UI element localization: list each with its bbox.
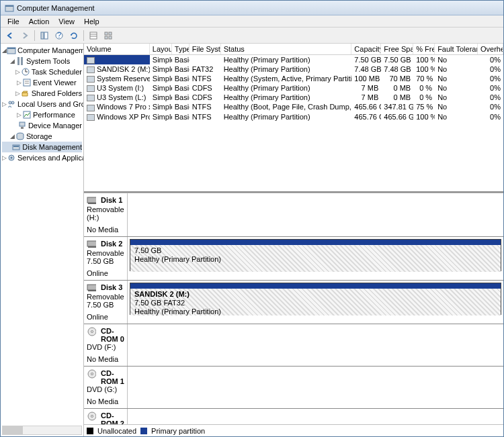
tree-item[interactable]: ◢Storage bbox=[2, 131, 82, 142]
tree-item[interactable]: ▷Task Scheduler bbox=[2, 66, 82, 77]
expander-icon[interactable]: ▷ bbox=[15, 68, 21, 75]
col-capacity[interactable]: Capacity bbox=[351, 44, 381, 54]
list-view-button[interactable] bbox=[87, 29, 100, 42]
tree-item[interactable]: ◢Computer Management (Local bbox=[2, 45, 82, 56]
partition-status: Healthy (Primary Partition) bbox=[134, 255, 497, 263]
disk-row[interactable]: CD-ROM 2CD-ROM (E:)No Media bbox=[84, 409, 503, 424]
partition[interactable]: 7.50 GBHealthy (Primary Partition) bbox=[130, 239, 501, 271]
col-pct-free[interactable]: % Free bbox=[413, 44, 435, 54]
volume-row[interactable]: System ReservedSimpleBasicNTFSHealthy (S… bbox=[84, 74, 503, 83]
disk-sub1: Removable bbox=[87, 249, 124, 257]
perf-icon bbox=[22, 110, 32, 119]
hdd-icon bbox=[87, 283, 99, 293]
svg-rect-6 bbox=[90, 32, 97, 39]
tree-label: Local Users and Groups bbox=[17, 100, 84, 108]
expander-icon[interactable]: ◢ bbox=[9, 133, 15, 140]
disk-row[interactable]: CD-ROM 1DVD (G:)No Media bbox=[84, 367, 503, 409]
svg-rect-2 bbox=[41, 32, 44, 39]
col-layout[interactable]: Layout bbox=[150, 44, 172, 54]
tree-label: Performance bbox=[33, 111, 75, 119]
expander-icon[interactable]: ◢ bbox=[9, 58, 15, 64]
disk-row[interactable]: Disk 2Removable7.50 GBOnline7.50 GBHealt… bbox=[84, 237, 503, 281]
tools-icon bbox=[15, 56, 25, 66]
toolbar-separator bbox=[34, 30, 35, 41]
volume-row[interactable]: Windows XP Pro x64 (D:)SimpleBasicNTFSHe… bbox=[84, 112, 503, 122]
refresh-button[interactable] bbox=[67, 29, 81, 42]
menu-file[interactable]: File bbox=[3, 17, 24, 26]
expander-icon[interactable]: ▷ bbox=[15, 111, 22, 118]
col-volume[interactable]: Volume bbox=[84, 44, 150, 54]
col-type[interactable]: Type bbox=[172, 44, 190, 54]
expander-icon[interactable]: ▷ bbox=[2, 101, 7, 107]
svg-rect-14 bbox=[7, 48, 15, 49]
help-button[interactable]: ? bbox=[52, 29, 66, 42]
partition[interactable]: SANDISK 2 (M:)7.50 GB FAT32Healthy (Prim… bbox=[130, 283, 501, 315]
col-free[interactable]: Free Space bbox=[381, 44, 413, 54]
col-status[interactable]: Status bbox=[221, 44, 352, 54]
menu-action[interactable]: Action bbox=[25, 17, 54, 26]
volume-icon bbox=[87, 85, 95, 92]
disk-row[interactable]: Disk 1Removable (H:)No Media bbox=[84, 193, 503, 237]
volume-columns[interactable]: Volume Layout Type File System Status Ca… bbox=[84, 44, 503, 55]
disk-sub1: DVD (G:) bbox=[87, 385, 117, 393]
tree-item[interactable]: Device Manager bbox=[2, 120, 82, 131]
expander-icon[interactable]: ▷ bbox=[15, 90, 21, 97]
svg-point-44 bbox=[91, 415, 93, 417]
nav-tree[interactable]: ◢Computer Management (Local◢System Tools… bbox=[1, 44, 84, 436]
titlebar: Computer Management bbox=[1, 1, 503, 15]
volume-list[interactable]: Volume Layout Type File System Status Ca… bbox=[84, 44, 503, 193]
expander-icon[interactable]: ▷ bbox=[15, 79, 22, 86]
col-overhead[interactable]: Overhead bbox=[478, 44, 503, 54]
menu-view[interactable]: View bbox=[54, 17, 79, 26]
back-button[interactable] bbox=[3, 29, 17, 42]
tree-item[interactable]: ◢System Tools bbox=[2, 56, 82, 66]
svg-point-24 bbox=[11, 101, 14, 104]
disk-row[interactable]: CD-ROM 0DVD (F:)No Media bbox=[84, 324, 503, 367]
tree-item[interactable]: ▷Event Viewer bbox=[2, 77, 82, 88]
col-filesystem[interactable]: File System bbox=[190, 44, 221, 54]
volume-icon bbox=[87, 95, 95, 101]
svg-rect-34 bbox=[88, 203, 96, 204]
window-title: Computer Management bbox=[17, 4, 95, 12]
svg-rect-12 bbox=[109, 36, 112, 39]
svg-rect-1 bbox=[5, 5, 13, 7]
tile-view-button[interactable] bbox=[101, 29, 115, 42]
disk-map[interactable]: Disk 1Removable (H:)No MediaDisk 2Remova… bbox=[84, 193, 503, 424]
tree-label: System Tools bbox=[26, 57, 70, 65]
tree-scrollbar[interactable] bbox=[2, 426, 82, 435]
forward-button[interactable] bbox=[18, 29, 32, 42]
tree-label: Storage bbox=[26, 132, 52, 140]
tree-item[interactable]: ▷Services and Applications bbox=[2, 152, 82, 163]
expander-icon[interactable]: ▷ bbox=[2, 154, 7, 161]
main-panel: Volume Layout Type File System Status Ca… bbox=[84, 44, 503, 436]
tree-item[interactable]: ▷Shared Folders bbox=[2, 88, 82, 99]
disk-body: SANDISK 2 (M:)7.50 GB FAT32Healthy (Prim… bbox=[128, 281, 503, 324]
svg-rect-38 bbox=[88, 290, 96, 291]
disk-sub3: No Media bbox=[87, 355, 118, 363]
sched-icon bbox=[21, 67, 30, 77]
disk-body bbox=[128, 193, 503, 236]
volume-row[interactable]: SANDISK 2 (M:)SimpleBasicFAT32Healthy (P… bbox=[84, 64, 503, 74]
show-hide-tree-button[interactable] bbox=[38, 29, 51, 42]
tree-item[interactable]: ▷Performance bbox=[2, 109, 82, 120]
device-icon bbox=[17, 121, 27, 130]
expander-icon[interactable]: ◢ bbox=[2, 47, 7, 54]
svg-rect-33 bbox=[87, 197, 96, 203]
tree-item[interactable]: ▷Local Users and Groups bbox=[2, 99, 82, 109]
svg-rect-30 bbox=[13, 146, 19, 147]
toolbar-separator bbox=[83, 30, 84, 41]
partition-size: 7.50 GB bbox=[134, 246, 497, 254]
disk-body: 7.50 GBHealthy (Primary Partition) bbox=[128, 237, 503, 280]
volume-row[interactable]: U3 System (I:)SimpleBasicCDFSHealthy (Pr… bbox=[84, 83, 503, 93]
col-fault-tolerance[interactable]: Fault Tolerance bbox=[435, 44, 478, 54]
scrollbar-thumb[interactable] bbox=[3, 426, 23, 434]
tree-item[interactable]: Disk Management bbox=[2, 142, 82, 152]
menu-help[interactable]: Help bbox=[80, 17, 103, 26]
volume-row[interactable]: SimpleBasicHealthy (Primary Partition)7.… bbox=[84, 55, 503, 64]
disk-label: CD-ROM 2CD-ROM (E:)No Media bbox=[84, 409, 128, 424]
svg-rect-35 bbox=[87, 241, 96, 246]
disk-row[interactable]: Disk 3Removable7.50 GBOnlineSANDISK 2 (M… bbox=[84, 281, 503, 324]
disk-name: Disk 3 bbox=[101, 283, 122, 291]
volume-row[interactable]: Windows 7 Pro x64 (C:)SimpleBasicNTFSHea… bbox=[84, 102, 503, 111]
volume-row[interactable]: U3 System (L:)SimpleBasicCDFSHealthy (Pr… bbox=[84, 93, 503, 102]
